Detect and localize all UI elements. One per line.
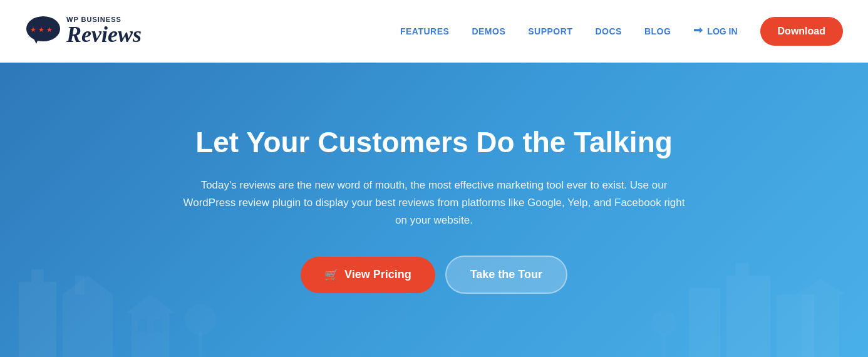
- download-button[interactable]: Download: [760, 17, 843, 46]
- logo-icon: ★ ★ ★: [25, 15, 61, 48]
- svg-marker-10: [125, 294, 175, 313]
- svg-point-20: [185, 304, 216, 335]
- login-link[interactable]: ⮕ LOG IN: [693, 26, 737, 37]
- svg-rect-14: [689, 288, 720, 357]
- nav-support[interactable]: SUPPORT: [528, 26, 572, 36]
- nav-blog[interactable]: BLOG: [644, 26, 671, 36]
- logo-text: WP BUSINESS Reviews: [66, 16, 142, 46]
- nav-demos[interactable]: DEMOS: [472, 26, 505, 36]
- svg-rect-15: [726, 276, 770, 357]
- nav-docs[interactable]: DOCS: [595, 26, 621, 36]
- logo[interactable]: ★ ★ ★ WP BUSINESS Reviews: [25, 15, 142, 48]
- svg-rect-21: [199, 332, 202, 357]
- main-nav: FEATURES DEMOS SUPPORT DOCS BLOG ⮕ LOG I…: [400, 17, 843, 46]
- svg-marker-18: [795, 279, 845, 294]
- login-icon: ⮕: [693, 26, 703, 37]
- logo-brand-reviews: Reviews: [66, 23, 142, 46]
- svg-point-22: [651, 310, 676, 335]
- hero-title: Let Your Customers Do the Talking: [195, 126, 673, 159]
- svg-text:★: ★: [30, 26, 36, 33]
- hero-section: Let Your Customers Do the Talking Today'…: [0, 63, 868, 357]
- hero-background-illustration: [0, 232, 868, 357]
- svg-rect-19: [802, 294, 839, 357]
- site-header: ★ ★ ★ WP BUSINESS Reviews FEATURES DEMOS…: [0, 0, 868, 63]
- login-label: LOG IN: [707, 26, 737, 36]
- svg-rect-23: [662, 333, 666, 357]
- svg-marker-9: [63, 276, 113, 294]
- svg-rect-13: [153, 319, 163, 332]
- nav-features[interactable]: FEATURES: [400, 26, 449, 36]
- svg-rect-7: [63, 294, 113, 357]
- svg-text:★: ★: [46, 26, 53, 33]
- svg-rect-6: [31, 269, 44, 282]
- svg-rect-5: [19, 282, 56, 357]
- svg-rect-16: [736, 263, 748, 276]
- hero-subtitle: Today's reviews are the new word of mout…: [177, 177, 691, 229]
- svg-text:★: ★: [38, 26, 44, 33]
- svg-rect-12: [138, 319, 147, 332]
- svg-rect-11: [132, 313, 169, 357]
